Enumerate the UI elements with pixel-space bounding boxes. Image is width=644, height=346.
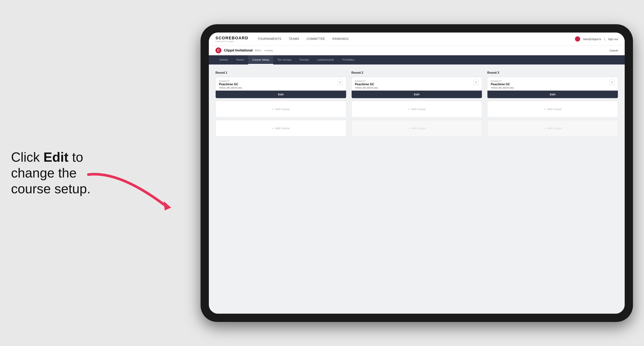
sign-out-link[interactable]: Sign out	[608, 37, 618, 41]
tab-tee-groups[interactable]: Tee Groups	[273, 55, 296, 64]
round-2-course-label: (Course A)	[355, 80, 378, 82]
nav-committee[interactable]: COMMITTEE	[306, 37, 325, 41]
nav-rankings[interactable]: RANKINGS	[332, 37, 349, 41]
tablet-shell: SCOREBOARD Powered by clippd TOURNAMENTS…	[200, 24, 633, 322]
round-1-edit-button[interactable]: Edit	[216, 91, 346, 98]
round-2-course-card: (Course A) Peachtree GC Yellow (M) (6629…	[352, 77, 482, 98]
round-1-course-header: (Course A) Peachtree GC Yellow (M) (6629…	[216, 77, 346, 91]
round-3-course-card: (Course A) Peachtree GC Yellow (M) (6629…	[487, 77, 618, 98]
round-1-add-course-2[interactable]: + Add Course	[216, 120, 346, 137]
nav-right: blair@clippd.io | Sign out	[575, 36, 618, 41]
arrow-icon	[74, 165, 202, 220]
user-email: blair@clippd.io	[583, 37, 601, 41]
round-1-delete-button[interactable]: ✕	[338, 80, 343, 85]
tab-course-setup[interactable]: Course Setup	[248, 55, 273, 64]
round-2-column: Round 2 (Course A) Peachtree GC Yellow (…	[352, 71, 482, 139]
user-avatar	[575, 36, 580, 41]
tablet-screen: SCOREBOARD Powered by clippd TOURNAMENTS…	[209, 32, 625, 314]
round-2-edit-button[interactable]: Edit	[352, 91, 482, 98]
tournament-bar: C Clippd Invitational (Men) Hosting Canc…	[209, 46, 625, 55]
round-3-add-course-1[interactable]: + Add Course	[487, 101, 618, 117]
scoreboard-logo: SCOREBOARD Powered by clippd	[216, 36, 248, 42]
round-3-course-label: (Course A)	[491, 80, 514, 82]
rounds-grid: Round 1 (Course A) Peachtree GC Yellow (…	[216, 71, 618, 139]
tab-details[interactable]: Details	[216, 55, 232, 64]
tab-teams[interactable]: Teams	[232, 55, 248, 64]
round-3-edit-button[interactable]: Edit	[488, 91, 618, 98]
top-nav: SCOREBOARD Powered by clippd TOURNAMENTS…	[209, 32, 625, 46]
separator: |	[604, 37, 605, 41]
tab-leaderboards[interactable]: Leaderboards	[313, 55, 338, 64]
tab-printables[interactable]: Printables	[338, 55, 358, 64]
round-1-course-details: Yellow (M) (6629 yds)	[219, 86, 242, 89]
round-1-course-name: Peachtree GC	[219, 83, 242, 86]
plus-icon-r1-2: +	[272, 127, 274, 130]
plus-icon-r3-2: +	[544, 127, 546, 130]
round-1-course-info: (Course A) Peachtree GC Yellow (M) (6629…	[219, 80, 242, 89]
tournament-gender: (Men)	[254, 49, 261, 52]
svg-marker-0	[164, 201, 171, 210]
round-1-course-label: (Course A)	[219, 80, 242, 82]
instruction-text: Click Edit tochange thecourse setup.	[11, 149, 90, 197]
tournament-name: Clippd Invitational	[224, 48, 253, 52]
round-2-header: Round 2	[352, 71, 482, 74]
round-2-add-course-2: + Add Course	[352, 120, 482, 137]
nav-teams[interactable]: TEAMS	[289, 37, 299, 41]
round-2-course-details: Yellow (M) (6629 yds)	[355, 86, 378, 89]
round-2-course-name: Peachtree GC	[355, 83, 378, 86]
plus-icon-r1-1: +	[272, 108, 274, 111]
round-3-course-details: Yellow (M) (6629 yds)	[491, 86, 514, 89]
nav-links: TOURNAMENTS TEAMS COMMITTEE RANKINGS	[258, 37, 575, 41]
tabs-bar: Details Teams Course Setup Tee Groups Re…	[209, 55, 625, 64]
hosting-badge: Hosting	[264, 49, 273, 52]
logo-main: SCOREBOARD	[216, 36, 248, 40]
round-2-delete-button[interactable]: ✕	[474, 80, 478, 85]
tournament-logo: C	[216, 47, 221, 53]
logo-sub: Powered by clippd	[216, 40, 248, 42]
plus-icon-r3-1: +	[544, 108, 546, 111]
round-2-course-header: (Course A) Peachtree GC Yellow (M) (6629…	[352, 77, 482, 91]
round-3-column: Round 3 (Course A) Peachtree GC Yellow (…	[487, 71, 618, 139]
nav-tournaments[interactable]: TOURNAMENTS	[258, 37, 281, 41]
round-2-add-course-1[interactable]: + Add Course	[352, 101, 482, 117]
round-1-header: Round 1	[216, 71, 346, 74]
round-3-header: Round 3	[487, 71, 618, 74]
round-1-course-card: (Course A) Peachtree GC Yellow (M) (6629…	[216, 77, 346, 98]
round-1-column: Round 1 (Course A) Peachtree GC Yellow (…	[216, 71, 346, 139]
plus-icon-r2-2: +	[408, 127, 410, 130]
main-content: Round 1 (Course A) Peachtree GC Yellow (…	[209, 64, 625, 314]
round-2-course-info: (Course A) Peachtree GC Yellow (M) (6629…	[355, 80, 378, 89]
plus-icon-r2-1: +	[408, 108, 410, 111]
round-3-add-course-2: + Add Course	[487, 120, 618, 137]
round-3-course-header: (Course A) Peachtree GC Yellow (M) (6629…	[488, 77, 618, 91]
round-3-course-name: Peachtree GC	[491, 83, 514, 86]
tab-results[interactable]: Results	[296, 55, 313, 64]
round-3-delete-button[interactable]: ✕	[610, 80, 614, 85]
round-1-add-course-1[interactable]: + Add Course	[216, 101, 346, 117]
cancel-button[interactable]: Cancel	[610, 49, 618, 52]
round-3-course-info: (Course A) Peachtree GC Yellow (M) (6629…	[491, 80, 514, 89]
